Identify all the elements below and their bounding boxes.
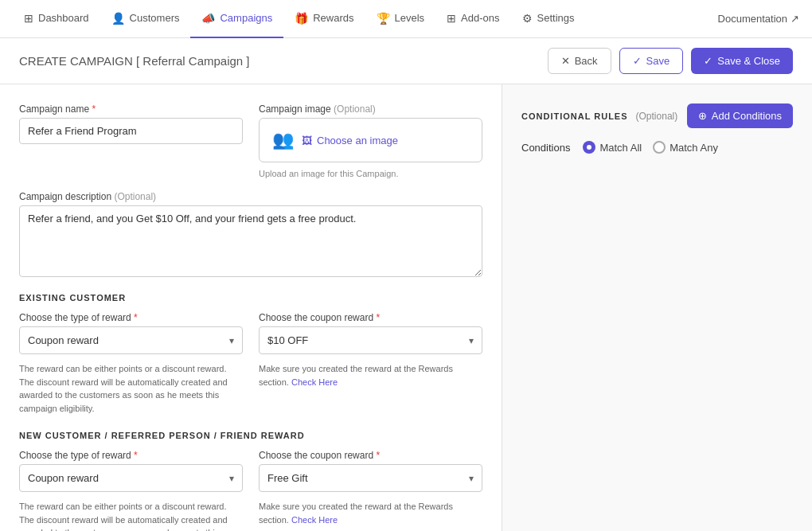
image-icon: 🖼 xyxy=(302,135,312,146)
existing-reward-note: The reward can be either points or a dis… xyxy=(19,362,243,415)
description-label: Campaign description (Optional) xyxy=(19,191,482,202)
addons-icon: ⊞ xyxy=(447,12,456,25)
conditions-label: Conditions xyxy=(521,142,570,154)
new-check-note: Make sure you created the reward at the … xyxy=(259,500,482,526)
campaign-image-label: Campaign image (Optional) xyxy=(259,103,482,115)
match-any-option[interactable]: Match Any xyxy=(653,141,718,154)
match-all-option[interactable]: Match All xyxy=(583,141,642,154)
campaign-name-group: Campaign name * xyxy=(19,103,243,178)
add-conditions-button[interactable]: ⊕ Add Conditions xyxy=(687,103,793,128)
header-actions: ✕ Back ✓ Save ✓ Save & Close xyxy=(548,48,793,74)
nav-campaigns[interactable]: 📣 Campaigns xyxy=(190,0,283,38)
nav-levels[interactable]: 🏆 Levels xyxy=(365,0,436,38)
image-upload-area[interactable]: 👥 🖼 Choose an image xyxy=(259,118,482,162)
description-textarea[interactable]: Refer a friend, and you Get $10 Off, and… xyxy=(19,205,482,277)
conditional-rules-header: CONDITIONAL RULES (Optional) ⊕ Add Condi… xyxy=(521,103,793,128)
upload-hint: Upload an image for this Campaign. xyxy=(259,169,482,178)
conditional-rules-panel: CONDITIONAL RULES (Optional) ⊕ Add Condi… xyxy=(502,84,812,531)
existing-reward-type-label: Choose the type of reward * xyxy=(19,312,243,323)
existing-reward-type-select[interactable]: Coupon reward xyxy=(20,327,242,353)
customers-icon: 👤 xyxy=(111,12,125,25)
new-reward-type-label: Choose the type of reward * xyxy=(19,450,243,461)
settings-icon: ⚙ xyxy=(522,12,533,25)
existing-customer-section-title: EXISTING CUSTOMER xyxy=(19,293,482,303)
new-coupon-label: Choose the coupon reward * xyxy=(259,450,482,461)
dashboard-icon: ⊞ xyxy=(24,12,33,25)
main-content: Campaign name * Campaign image (Optional… xyxy=(0,84,812,531)
back-button[interactable]: ✕ Back xyxy=(548,48,611,74)
new-reward-type-select-wrapper[interactable]: Coupon reward ▾ xyxy=(19,464,243,492)
existing-coupon-label: Choose the coupon reward * xyxy=(259,312,482,323)
page-title: CREATE CAMPAIGN [ Referral Campaign ] xyxy=(19,54,250,68)
nav-customers[interactable]: 👤 Customers xyxy=(100,0,191,38)
conditional-rules-optional: (Optional) xyxy=(636,111,678,122)
conditional-rules-title: CONDITIONAL RULES xyxy=(521,111,628,121)
existing-coupon-select-wrapper[interactable]: $10 OFF ▾ xyxy=(259,326,482,354)
form-panel: Campaign name * Campaign image (Optional… xyxy=(0,84,502,531)
levels-icon: 🏆 xyxy=(377,12,390,25)
new-customer-rewards-row: Choose the type of reward * Coupon rewar… xyxy=(19,450,482,531)
match-any-radio[interactable] xyxy=(653,141,666,154)
nav-settings[interactable]: ⚙ Settings xyxy=(511,0,586,38)
campaign-name-input[interactable] xyxy=(19,118,243,144)
campaign-description-group: Campaign description (Optional) Refer a … xyxy=(19,191,482,277)
new-reward-type-select[interactable]: Coupon reward xyxy=(20,465,242,491)
nav-rewards[interactable]: 🎁 Rewards xyxy=(283,0,365,38)
existing-check-note: Make sure you created the reward at the … xyxy=(259,362,482,388)
campaign-image-group: Campaign image (Optional) 👥 🖼 Choose an … xyxy=(259,103,482,178)
rewards-icon: 🎁 xyxy=(295,12,308,25)
match-radio-group: Match All Match Any xyxy=(583,141,717,154)
plus-icon: ⊕ xyxy=(698,110,707,122)
top-navigation: ⊞ Dashboard 👤 Customers 📣 Campaigns 🎁 Re… xyxy=(0,0,812,38)
campaign-name-label: Campaign name * xyxy=(19,103,243,115)
conditions-row: Conditions Match All Match Any xyxy=(521,141,793,154)
new-check-here-link[interactable]: Check Here xyxy=(291,515,338,525)
existing-customer-rewards-row: Choose the type of reward * Coupon rewar… xyxy=(19,312,482,415)
campaign-name-image-row: Campaign name * Campaign image (Optional… xyxy=(19,103,482,178)
existing-reward-type-group: Choose the type of reward * Coupon rewar… xyxy=(19,312,243,415)
save-close-button[interactable]: ✓ Save & Close xyxy=(691,48,793,74)
nav-addons[interactable]: ⊞ Add-ons xyxy=(435,0,510,38)
save-button[interactable]: ✓ Save xyxy=(619,48,684,74)
new-reward-note: The reward can be either points or a dis… xyxy=(19,500,243,531)
new-reward-type-group: Choose the type of reward * Coupon rewar… xyxy=(19,450,243,531)
nav-dashboard[interactable]: ⊞ Dashboard xyxy=(13,0,100,38)
documentation-link[interactable]: Documentation ↗ xyxy=(718,13,799,25)
save-close-icon: ✓ xyxy=(704,55,712,67)
external-link-icon: ↗ xyxy=(791,13,799,25)
page-header: CREATE CAMPAIGN [ Referral Campaign ] ✕ … xyxy=(0,38,812,84)
choose-image-button[interactable]: 🖼 Choose an image xyxy=(302,135,398,146)
existing-reward-type-select-wrapper[interactable]: Coupon reward ▾ xyxy=(19,326,243,354)
new-coupon-select[interactable]: Free Gift xyxy=(260,465,482,491)
new-coupon-select-wrapper[interactable]: Free Gift ▾ xyxy=(259,464,482,492)
existing-coupon-group: Choose the coupon reward * $10 OFF ▾ Mak… xyxy=(259,312,482,415)
back-icon: ✕ xyxy=(561,55,570,67)
save-icon: ✓ xyxy=(633,55,642,67)
upload-icon: 👥 xyxy=(272,130,294,150)
new-coupon-group: Choose the coupon reward * Free Gift ▾ M… xyxy=(259,450,482,531)
existing-coupon-select[interactable]: $10 OFF xyxy=(260,327,482,353)
match-all-radio[interactable] xyxy=(583,141,595,154)
new-customer-section-title: NEW CUSTOMER / REFERRED PERSON / FRIEND … xyxy=(19,431,482,440)
campaigns-icon: 📣 xyxy=(201,12,215,25)
existing-check-here-link[interactable]: Check Here xyxy=(291,377,338,387)
